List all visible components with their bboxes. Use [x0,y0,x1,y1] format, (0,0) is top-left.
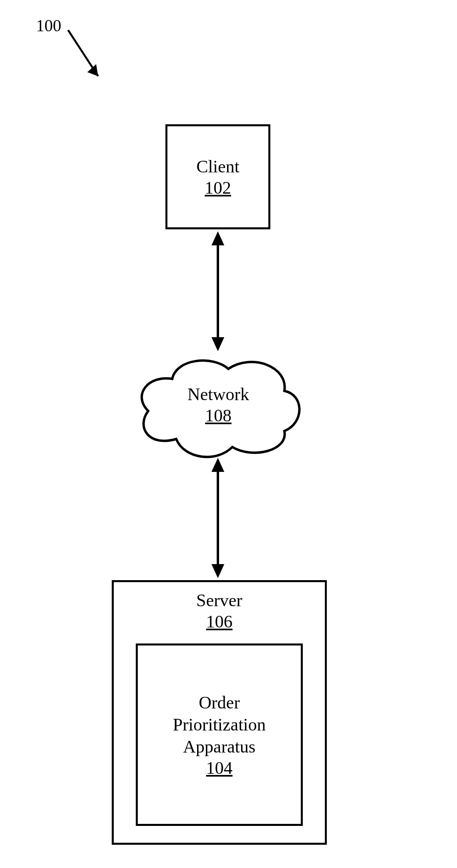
order-prioritization-box: Order Prioritization Apparatus 104 [136,643,303,826]
order-prioritization-ref: 104 [206,758,233,778]
svg-marker-7 [211,564,224,578]
server-label: Server [196,589,242,611]
svg-marker-6 [211,458,224,472]
server-ref: 106 [206,611,233,632]
diagram-canvas: 100 Client 102 Network 108 Server [0,0,457,868]
order-prioritization-label: Order Prioritization Apparatus [173,692,266,758]
